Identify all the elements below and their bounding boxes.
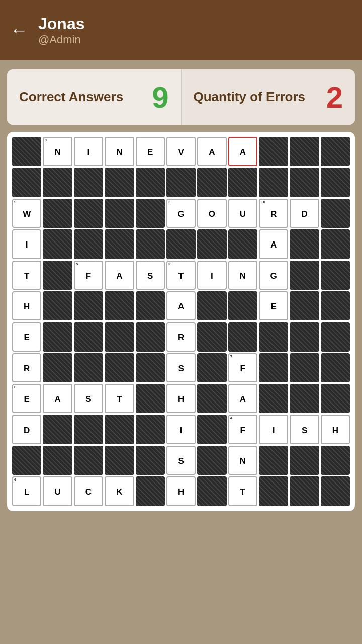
table-row: R (12, 353, 41, 382)
table-row: H (166, 476, 196, 506)
back-button[interactable]: ← (10, 20, 28, 41)
table-row: 6L (12, 476, 41, 506)
table-row (321, 168, 350, 197)
table-row: G (259, 261, 288, 290)
table-row (136, 415, 165, 444)
table-row (259, 168, 288, 197)
table-row: 1N (43, 137, 72, 166)
table-row (43, 353, 72, 382)
table-row (259, 384, 288, 413)
table-row (105, 199, 134, 228)
table-row (197, 168, 226, 197)
table-row (105, 353, 134, 382)
table-row (197, 446, 226, 475)
table-row (43, 446, 72, 475)
table-row (74, 229, 103, 259)
table-row (290, 446, 319, 475)
table-row: T (12, 261, 41, 290)
table-row: H (12, 291, 41, 320)
table-row: A (197, 137, 226, 166)
table-row (136, 384, 165, 413)
table-row (290, 261, 319, 290)
table-row: S (166, 446, 196, 475)
table-row: I (166, 415, 196, 444)
crossword-grid-container: 1NINEVAA9W3GOU10RDIAT5FAS2TINGHAEERRS7F8… (7, 132, 355, 511)
table-row (43, 261, 72, 290)
table-row (197, 415, 226, 444)
table-row (74, 322, 103, 351)
table-row (197, 384, 226, 413)
table-row (228, 229, 257, 259)
table-row (105, 415, 134, 444)
table-row: S (166, 353, 196, 382)
table-row (321, 137, 350, 166)
table-row (259, 322, 288, 351)
table-row (259, 476, 288, 506)
table-row: 4F (228, 415, 257, 444)
table-row (290, 384, 319, 413)
table-row (321, 322, 350, 351)
table-row (105, 229, 134, 259)
table-row (74, 291, 103, 320)
table-row (43, 168, 72, 197)
table-row: 10R (259, 199, 288, 228)
table-row (166, 229, 196, 259)
table-row (197, 291, 226, 320)
table-row (259, 353, 288, 382)
table-row (197, 229, 226, 259)
table-row: 9W (12, 199, 41, 228)
header: ← Jonas @Admin (0, 0, 362, 60)
table-row (228, 168, 257, 197)
admin-label: @Admin (38, 33, 84, 46)
table-row: S (290, 415, 319, 444)
table-row: T (105, 384, 134, 413)
table-row (136, 322, 165, 351)
errors-stat: Quantity of Errors 2 (182, 69, 355, 125)
table-row: A (166, 291, 196, 320)
table-row (290, 137, 319, 166)
table-row (259, 446, 288, 475)
table-row: A (228, 137, 257, 166)
table-row (321, 261, 350, 290)
table-row (197, 322, 226, 351)
table-row (74, 446, 103, 475)
errors-label: Quantity of Errors (194, 89, 305, 105)
table-row (43, 199, 72, 228)
errors-value: 2 (326, 80, 343, 115)
table-row (290, 229, 319, 259)
table-row: O (197, 199, 226, 228)
table-row: D (12, 415, 41, 444)
table-row: V (166, 137, 196, 166)
table-row: S (74, 384, 103, 413)
table-row: K (105, 476, 134, 506)
table-row: A (43, 384, 72, 413)
table-row (12, 168, 41, 197)
table-row: U (43, 476, 72, 506)
table-row (136, 199, 165, 228)
table-row (321, 291, 350, 320)
table-row (290, 353, 319, 382)
table-row (12, 446, 41, 475)
table-row (321, 384, 350, 413)
table-row: C (74, 476, 103, 506)
table-row (43, 322, 72, 351)
table-row (136, 353, 165, 382)
table-row (136, 476, 165, 506)
table-row (136, 291, 165, 320)
correct-answers-label: Correct Answers (19, 89, 123, 105)
table-row: E (136, 137, 165, 166)
table-row (166, 168, 196, 197)
table-row: 2T (166, 261, 196, 290)
table-row (290, 476, 319, 506)
table-row (74, 168, 103, 197)
table-row: 5F (74, 261, 103, 290)
table-row: 8E (12, 384, 41, 413)
username: Jonas (38, 15, 84, 33)
table-row (321, 229, 350, 259)
table-row: N (228, 261, 257, 290)
table-row: I (74, 137, 103, 166)
table-row (321, 446, 350, 475)
table-row (12, 137, 41, 166)
table-row (321, 476, 350, 506)
table-row (290, 168, 319, 197)
